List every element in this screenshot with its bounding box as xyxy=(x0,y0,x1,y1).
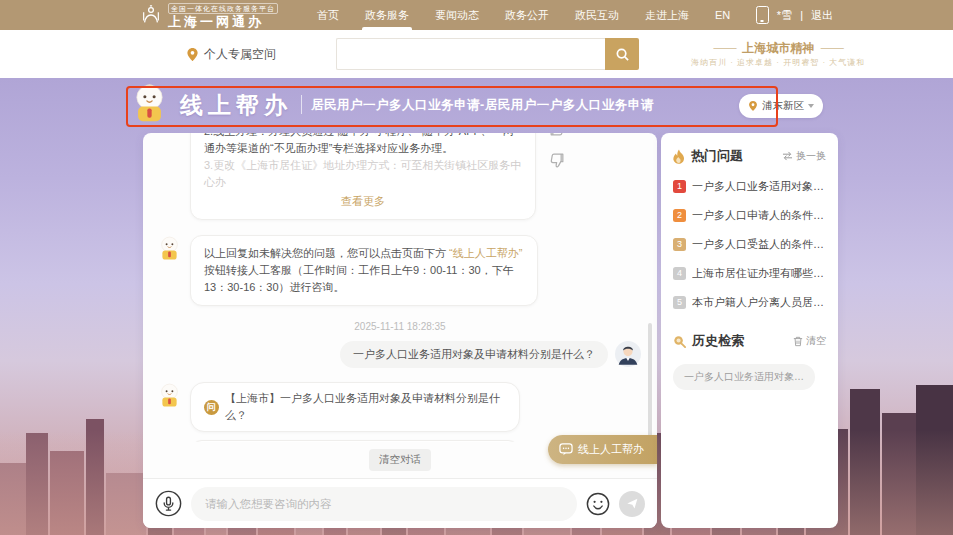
location-pin-icon xyxy=(186,47,199,62)
hot-question-item[interactable]: 3 一户多人口受益人的条件是什么？ xyxy=(673,237,826,252)
hot-question-item[interactable]: 4 上海市居住证办理有哪些咨询渠道？ xyxy=(673,266,826,281)
chat-input[interactable] xyxy=(191,487,577,521)
history-header: 历史检索 清空 xyxy=(673,332,826,350)
bot-avatar-icon xyxy=(157,236,182,261)
city-spirit-block: —— 上海城市精神 —— 海纳百川 · 追求卓越 · 开明睿智 · 大气谦和 xyxy=(691,39,865,69)
sidebar: 热门问题 换一换 1 一户多人口业务适用对象及申请材… 2 一户多人口申请人的条… xyxy=(661,133,838,528)
search-input[interactable] xyxy=(336,38,605,70)
district-selector[interactable]: 浦东新区 xyxy=(739,94,823,118)
user-message: 一户多人口业务适用对象及申请材料分别是什么？ xyxy=(157,341,643,368)
hot-question-text: 本市户籍人户分离人员居住登记凭… xyxy=(692,295,826,310)
human-help-highlight[interactable]: “线上人工帮办” xyxy=(449,247,522,259)
bot-message: 问 【上海市】一户多人口业务适用对象及申请材料分别是什么？ 答 本市用以证明长期… xyxy=(157,382,643,442)
clear-chat-button[interactable]: 清空对话 xyxy=(369,449,431,471)
bot-qa-group: 问 【上海市】一户多人口业务适用对象及申请材料分别是什么？ 答 本市用以证明长期… xyxy=(190,382,520,442)
clear-history-label: 清空 xyxy=(806,334,826,348)
hot-question-item[interactable]: 1 一户多人口业务适用对象及申请材… xyxy=(673,179,826,194)
refresh-label: 换一换 xyxy=(796,149,826,163)
site-logo[interactable]: 全国一体化在线政务服务平台 上海一网通办 xyxy=(140,3,278,28)
chat-input-bar xyxy=(143,478,657,528)
thumbs-up-icon[interactable] xyxy=(547,133,567,139)
flame-icon xyxy=(673,149,685,164)
nav-interaction[interactable]: 政民互动 xyxy=(562,0,632,30)
chat-controls: 清空对话 线上人工帮办 xyxy=(143,442,657,478)
bot-avatar-icon xyxy=(157,383,182,408)
question-badge-icon: 问 xyxy=(204,400,219,415)
rank-badge: 3 xyxy=(673,238,686,251)
banner-divider xyxy=(301,95,302,114)
logout-link[interactable]: 退出 xyxy=(811,8,833,23)
chat-messages: 2.线上办理：办理人员通过“随申办”小程序、“随申办”APP、一网通办等渠道的“… xyxy=(143,133,657,442)
bot-message: 以上回复如未解决您的问题，您可以点击页面下方 “线上人工帮办” 按钮转接人工客服… xyxy=(157,235,643,306)
site-title: 上海一网通办 xyxy=(168,15,278,28)
emoji-button[interactable] xyxy=(586,492,610,516)
rank-badge: 5 xyxy=(673,296,686,309)
send-button[interactable] xyxy=(619,491,645,517)
nav-about-shanghai[interactable]: 走进上海 xyxy=(632,0,702,30)
rank-badge: 4 xyxy=(673,267,686,280)
msg-suffix: 按钮转接人工客服（工作时间：工作日上午9：00-11：30，下午13：30-16… xyxy=(204,264,514,293)
history-chip[interactable]: 一户多人口业务适用对象… xyxy=(673,364,815,390)
smiley-icon xyxy=(586,492,610,516)
user-avatar xyxy=(615,341,641,367)
platform-label: 全国一体化在线政务服务平台 xyxy=(168,3,278,14)
chat-scrollbar[interactable] xyxy=(648,323,652,442)
sub-header: 个人专属空间 —— 上海城市精神 —— 海纳百川 · 追求卓越 · 开明睿智 ·… xyxy=(0,30,953,78)
hot-question-text: 一户多人口受益人的条件是什么？ xyxy=(692,237,826,252)
search-button[interactable] xyxy=(605,38,639,70)
user-bubble: 一户多人口业务适用对象及申请材料分别是什么？ xyxy=(340,341,608,368)
feedback-buttons xyxy=(547,133,567,170)
hot-question-item[interactable]: 5 本市户籍人户分离人员居住登记凭… xyxy=(673,295,826,310)
quoted-question-bubble: 问 【上海市】一户多人口业务适用对象及申请材料分别是什么？ xyxy=(190,382,520,432)
human-help-label: 线上人工帮办 xyxy=(578,442,644,457)
page: 全国一体化在线政务服务平台 上海一网通办 首页 政务服务 要闻动态 政务公开 政… xyxy=(0,0,953,535)
mobile-app-icon[interactable] xyxy=(756,6,769,24)
nav-gov-services[interactable]: 政务服务 xyxy=(352,0,422,30)
personal-space-label: 个人专属空间 xyxy=(204,46,276,63)
nav-english[interactable]: EN xyxy=(702,0,743,30)
microphone-button[interactable] xyxy=(155,490,182,517)
district-label: 浦东新区 xyxy=(762,99,804,113)
human-help-button[interactable]: 线上人工帮办 xyxy=(548,435,657,464)
username: *雪 xyxy=(777,8,792,23)
swap-icon xyxy=(782,151,793,161)
quoted-question-text: 【上海市】一户多人口业务适用对象及申请材料分别是什么？ xyxy=(225,390,506,424)
history-search-icon xyxy=(673,335,686,348)
city-spirit-slogan: 海纳百川 · 追求卓越 · 开明睿智 · 大气谦和 xyxy=(691,57,865,69)
city-spirit-title: 上海城市精神 xyxy=(742,41,814,55)
personal-space-link[interactable]: 个人专属空间 xyxy=(186,46,276,63)
hot-questions-header: 热门问题 换一换 xyxy=(673,147,826,165)
chevron-down-icon xyxy=(808,104,814,108)
user-zone: *雪 | 退出 xyxy=(756,6,833,24)
hot-questions-title: 热门问题 xyxy=(691,147,743,165)
mascot-banner-icon xyxy=(131,83,168,124)
chat-panel: 2.线上办理：办理人员通过“随申办”小程序、“随申办”APP、一网通办等渠道的“… xyxy=(143,133,657,528)
separator: | xyxy=(800,9,803,21)
banner-subtitle: 居民用户一户多人口业务申请-居民用户一户多人口业务申请 xyxy=(311,97,654,114)
rank-badge: 1 xyxy=(673,180,686,193)
rank-badge: 2 xyxy=(673,209,686,222)
bot-message-clipped: 2.线上办理：办理人员通过“随申办”小程序、“随申办”APP、一网通办等渠道的“… xyxy=(190,133,643,220)
clear-history-button[interactable]: 清空 xyxy=(793,334,826,348)
bot-bubble: 以上回复如未解决您的问题，您可以点击页面下方 “线上人工帮办” 按钮转接人工客服… xyxy=(190,235,538,306)
trash-icon xyxy=(793,336,803,347)
thumbs-down-icon[interactable] xyxy=(547,150,567,170)
refresh-questions-button[interactable]: 换一换 xyxy=(782,149,826,163)
hot-question-text: 一户多人口申请人的条件是什么？ xyxy=(692,208,826,223)
nav-gov-open[interactable]: 政务公开 xyxy=(492,0,562,30)
nav-news[interactable]: 要闻动态 xyxy=(422,0,492,30)
msg-prefix: 以上回复如未解决您的问题，您可以点击页面下方 xyxy=(204,247,446,259)
bot-message-text: 2.线上办理：办理人员通过“随申办”小程序、“随申办”APP、一网通办等渠道的“… xyxy=(204,133,514,154)
emblem-icon xyxy=(140,4,162,26)
send-icon xyxy=(626,497,639,510)
search-icon xyxy=(615,47,630,62)
chat-bubble-icon xyxy=(559,443,573,456)
timestamp: 2025-11-11 18:28:35 xyxy=(157,321,643,332)
banner-title: 线上帮办 xyxy=(180,90,292,121)
hot-question-item[interactable]: 2 一户多人口申请人的条件是什么？ xyxy=(673,208,826,223)
nav-home[interactable]: 首页 xyxy=(304,0,352,30)
hot-question-text: 上海市居住证办理有哪些咨询渠道？ xyxy=(692,266,826,281)
microphone-icon xyxy=(155,490,182,517)
view-more-link[interactable]: 查看更多 xyxy=(204,193,522,210)
site-search xyxy=(336,38,639,70)
